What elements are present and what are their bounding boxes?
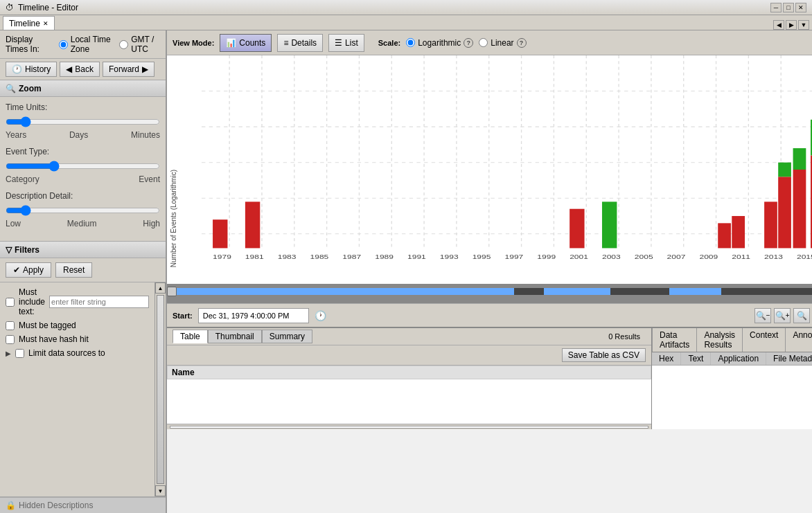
prop-sub-tab-application[interactable]: Application (711, 352, 766, 365)
svg-text:2009: 2009 (699, 253, 718, 260)
svg-text:1991: 1991 (407, 253, 426, 260)
results-count: 0 Results (608, 332, 646, 341)
history-button[interactable]: 🕐 History (6, 62, 57, 77)
linear-radio[interactable] (479, 38, 488, 47)
gmt-radio[interactable] (119, 40, 128, 49)
gmt-option[interactable]: GMT / UTC (119, 35, 160, 54)
scroll-down-button[interactable]: ▼ (155, 485, 166, 496)
must-include-text-checkbox[interactable] (6, 298, 15, 307)
zoom-out-button[interactable]: 🔍 − (754, 308, 771, 323)
thumbnail-tab[interactable]: Thumbnail (208, 330, 262, 343)
linear-help-icon[interactable]: ? (517, 38, 527, 48)
app-icon: ⏱ (6, 3, 14, 12)
prop-sub-tabs-row: Hex Text Application File Metadata OS Ac… (652, 352, 812, 366)
forward-button[interactable]: Forward ▶ (103, 62, 155, 77)
must-include-text-label: Must include text: (19, 287, 45, 316)
description-detail-slider[interactable] (6, 205, 160, 216)
limit-data-sources-checkbox[interactable] (15, 349, 24, 358)
logarithmic-radio[interactable] (406, 38, 415, 47)
back-button[interactable]: ◀ Back (60, 62, 100, 77)
svg-rect-29 (570, 209, 584, 249)
must-have-hash-checkbox[interactable] (6, 335, 15, 344)
table-tab[interactable]: Table (173, 330, 208, 343)
logarithmic-option[interactable]: Logarithmic ? (406, 38, 473, 48)
reset-button[interactable]: Reset (55, 262, 92, 278)
counts-view-button[interactable]: 📊 Counts (220, 34, 272, 52)
svg-text:2005: 2005 (635, 253, 653, 260)
local-time-label: Local Time Zone (71, 35, 114, 54)
start-datetime-input[interactable] (198, 308, 309, 323)
details-view-button[interactable]: ≡ Details (277, 34, 323, 52)
y-axis-label: Number of Events (Logarithmic) (170, 170, 177, 267)
minimize-button[interactable]: ─ (770, 3, 782, 12)
list-view-button[interactable]: ☰ List (328, 34, 364, 52)
prop-sub-tab-text[interactable]: Text (681, 352, 711, 365)
event-type-min: Category (6, 174, 39, 184)
zoom-magnifier-button[interactable]: 🔍 (793, 308, 810, 323)
title-bar: ⏱ Timeline - Editor ─ □ ✕ (0, 0, 812, 15)
svg-rect-27 (213, 219, 227, 248)
zoom-section-header: 🔍 Zoom (0, 80, 166, 97)
timeline-scrubber[interactable] (167, 284, 812, 303)
filter-text-input[interactable] (49, 296, 149, 308)
must-be-tagged-checkbox[interactable] (6, 321, 15, 330)
linear-label: Linear (491, 38, 513, 48)
svg-rect-37 (793, 148, 806, 170)
prop-tab-context[interactable]: Context (743, 328, 786, 352)
prop-tab-analysis-results[interactable]: Analysis Results (697, 328, 743, 352)
prop-tab-data-artifacts[interactable]: Data Artifacts (652, 328, 697, 352)
linear-option[interactable]: Linear ? (479, 38, 526, 48)
apply-button[interactable]: ✔ Apply (6, 262, 51, 278)
filter-items-container: Must include text: Must be tagged Must h… (0, 282, 166, 497)
tab-scroll-left[interactable]: ◀ (773, 20, 784, 30)
tab-timeline-label: Timeline (9, 19, 40, 28)
clock-icon[interactable]: 🕐 (315, 310, 326, 321)
gmt-label: GMT / UTC (131, 35, 160, 54)
filter-controls: ✔ Apply Reset (0, 258, 166, 282)
description-detail-label: Description Detail: (6, 191, 73, 201)
svg-rect-30 (602, 201, 617, 248)
zoom-in-button[interactable]: 🔍 + (774, 308, 791, 323)
tab-menu[interactable]: ▼ (798, 20, 809, 30)
time-units-slider[interactable] (6, 116, 160, 127)
scroll-up-button[interactable]: ▲ (155, 282, 166, 294)
logarithmic-help-icon[interactable]: ? (464, 38, 473, 48)
prop-tab-annotations[interactable]: Annotations (786, 328, 812, 352)
filter-scrollbar[interactable]: ▲ ▼ (155, 282, 166, 496)
start-label: Start: (173, 312, 193, 320)
counts-icon: 📊 (226, 38, 236, 48)
chart-svg: 1979 1981 1983 1985 1987 1989 1991 1993 … (202, 55, 812, 284)
prop-sub-tab-file-metadata[interactable]: File Metadata (766, 352, 812, 365)
hidden-desc-icon: 🔒 (6, 501, 16, 510)
svg-text:1989: 1989 (375, 253, 394, 260)
must-have-hash-label: Must have hash hit (19, 334, 89, 344)
summary-tab[interactable]: Summary (262, 330, 312, 343)
svg-rect-28 (245, 201, 260, 248)
close-button[interactable]: ✕ (795, 3, 806, 12)
list-icon: ☰ (335, 38, 342, 48)
svg-text:2013: 2013 (764, 253, 783, 260)
view-toolbar: View Mode: 📊 Counts ≡ Details ☰ List Sca… (167, 30, 812, 55)
prop-sub-tab-hex[interactable]: Hex (652, 352, 681, 365)
svg-rect-34 (778, 177, 791, 248)
time-units-max: Minutes (131, 130, 160, 140)
svg-text:1987: 1987 (342, 253, 361, 260)
filters-section-header: ▽ Filters (0, 242, 166, 258)
local-time-option[interactable]: Local Time Zone (59, 35, 114, 54)
time-units-mid: Days (69, 130, 88, 140)
must-include-text-item: Must include text: (6, 285, 149, 318)
chart-area: Number of Events (Logarithmic) (167, 55, 812, 284)
tab-scroll-right[interactable]: ▶ (786, 20, 797, 30)
local-time-radio[interactable] (59, 40, 68, 49)
start-row: Start: 🕐 🔍 − 🔍 + 🔍 Zoom in/out to > (167, 303, 812, 327)
scroll-thumb[interactable] (157, 295, 164, 484)
scale-label: Scale: (378, 39, 400, 47)
svg-text:2007: 2007 (667, 253, 686, 260)
tab-timeline[interactable]: Timeline ✕ (3, 16, 55, 30)
maximize-button[interactable]: □ (783, 3, 794, 12)
save-csv-button[interactable]: Save Table as CSV (562, 348, 646, 362)
tab-close-icon[interactable]: ✕ (43, 20, 48, 27)
scrubber-left-thumb[interactable] (167, 287, 177, 296)
event-type-slider[interactable] (6, 161, 160, 172)
tab-bar: Timeline ✕ ◀ ▶ ▼ (0, 15, 812, 30)
